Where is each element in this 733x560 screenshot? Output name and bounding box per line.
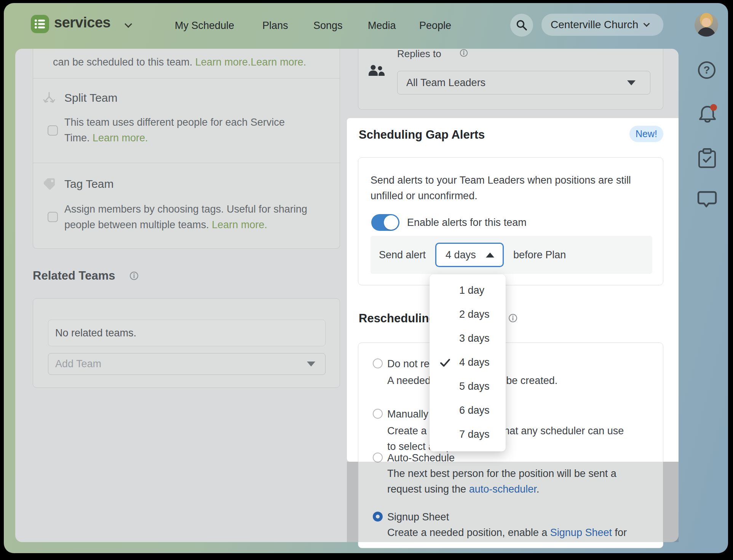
enable-alerts-toggle[interactable] [371, 214, 399, 231]
radio-manually-reschedule[interactable] [373, 409, 383, 419]
divider [33, 78, 340, 78]
tag-team-desc-line2: people between multiple teams. Learn mor… [64, 219, 267, 231]
nav-item-plans[interactable]: Plans [262, 20, 288, 32]
membership-learn-more-link[interactable]: Learn more. [195, 56, 251, 68]
radio-auto-schedule[interactable] [373, 453, 383, 462]
add-team-caret-icon [307, 362, 315, 366]
tag-icon [44, 178, 55, 190]
dropdown-item-7-days[interactable]: 7 days [430, 422, 506, 446]
replies-to-value: All Team Leaders [406, 77, 485, 89]
gap-alerts-title: Scheduling Gap Alerts [359, 128, 485, 142]
divider [33, 163, 340, 163]
split-team-title: Split Team [64, 91, 118, 104]
split-team-icon [44, 93, 54, 102]
search-icon [516, 19, 527, 31]
new-badge: New! [629, 126, 663, 142]
no-related-teams-box: No related teams. [48, 320, 326, 346]
split-learn-more-link[interactable]: Learn more. [93, 132, 148, 144]
gap-alerts-desc-line2: unfilled or unconfirmed. [370, 190, 477, 202]
membership-intro: can be scheduled to this team. Learn mor… [53, 56, 306, 68]
team-options-box: can be scheduled to this team. Learn mor… [33, 49, 340, 249]
toggle-knob [384, 215, 398, 230]
days-dropdown: 1 day 2 days 3 days 4 days 5 days 6 days… [430, 274, 506, 451]
org-switcher[interactable]: Centerville Church [541, 14, 663, 36]
tag-team-checkbox[interactable] [48, 212, 58, 222]
org-chevron-down-icon [644, 21, 650, 27]
gap-alerts-box: Send alerts to your Team Leaders when po… [358, 157, 663, 285]
notifications-button[interactable] [697, 104, 718, 125]
dropdown-item-6-days[interactable]: 6 days [430, 398, 506, 422]
related-teams-title: Related Teams [33, 269, 115, 283]
tag-team-title: Tag Team [64, 178, 114, 190]
send-alert-row: Send alert 4 days before Plan [370, 236, 652, 274]
before-plan-label: before Plan [513, 249, 566, 261]
chat-icon [698, 192, 716, 206]
send-alert-label: Send alert [379, 249, 426, 261]
days-select[interactable]: 4 days [435, 243, 504, 267]
tag-learn-more-link[interactable]: Learn more. [212, 219, 267, 230]
enable-alerts-label: Enable alerts for this team [407, 217, 527, 229]
services-logo-icon[interactable] [31, 15, 49, 33]
brand-name[interactable]: services [54, 14, 110, 31]
nav-item-my-schedule[interactable]: My Schedule [175, 20, 234, 32]
replies-caret-icon [627, 80, 636, 85]
scheduling-gap-alerts-panel: Scheduling Gap Alerts New! Send alerts t… [347, 118, 679, 462]
dim-overlay [347, 462, 679, 542]
dropdown-item-1-day[interactable]: 1 day [430, 278, 506, 302]
brand-chevron-down-icon[interactable] [125, 20, 132, 28]
screenshot-root: services My Schedule Plans Songs Media P… [0, 0, 733, 560]
nav-item-songs[interactable]: Songs [313, 20, 343, 32]
split-team-desc-line1: This team uses different people for each… [64, 117, 285, 128]
chat-button[interactable] [697, 190, 717, 209]
add-team-select[interactable]: Add Team [48, 353, 326, 375]
people-icon [369, 65, 385, 76]
days-select-caret-up-icon [486, 253, 494, 258]
top-nav: services My Schedule Plans Songs Media P… [4, 3, 728, 46]
help-icon[interactable]: ? [698, 61, 715, 79]
replies-panel: Replies to All Team Leaders [358, 49, 663, 110]
replies-to-label: Replies to [397, 49, 441, 60]
add-team-placeholder: Add Team [55, 358, 101, 370]
tag-team-desc-line1: Assign members by choosing tags. Useful … [64, 203, 307, 215]
tasks-button[interactable] [698, 148, 717, 169]
avatar[interactable] [695, 13, 718, 37]
search-button[interactable] [510, 14, 533, 37]
nav-item-media[interactable]: Media [368, 20, 396, 32]
split-team-desc-line2: Time. Learn more. [64, 132, 148, 144]
notification-dot [710, 104, 717, 111]
help-glyph: ? [703, 64, 710, 76]
related-teams-box: No related teams. Add Team [33, 298, 340, 388]
gap-alerts-desc-line1: Send alerts to your Team Leaders when po… [370, 174, 631, 186]
org-name: Centerville Church [551, 19, 638, 31]
replies-to-select[interactable]: All Team Leaders [397, 71, 650, 94]
split-team-checkbox[interactable] [48, 125, 58, 136]
list-glyph [34, 18, 46, 30]
app-window: services My Schedule Plans Songs Media P… [4, 3, 728, 553]
dropdown-item-4-days[interactable]: 4 days [430, 350, 506, 374]
no-related-teams-text: No related teams. [55, 327, 136, 339]
days-select-value: 4 days [446, 249, 476, 261]
dropdown-item-5-days[interactable]: 5 days [430, 374, 506, 398]
radio-do-not-reschedule[interactable] [373, 358, 383, 368]
dropdown-item-3-days[interactable]: 3 days [430, 326, 506, 350]
dropdown-item-2-days[interactable]: 2 days [430, 302, 506, 326]
check-icon [441, 360, 449, 366]
nav-item-people[interactable]: People [419, 20, 451, 32]
